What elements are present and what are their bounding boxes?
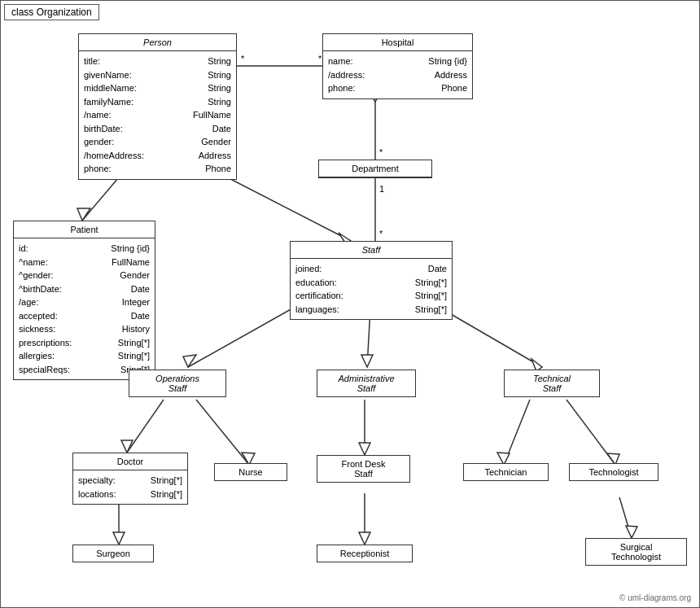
- class-front-desk-header: Front DeskStaff: [317, 456, 409, 482]
- class-hospital: Hospital name:String {id} /address:Addre…: [322, 33, 473, 99]
- class-surgeon: Surgeon: [72, 545, 154, 562]
- class-hospital-header: Hospital: [323, 34, 472, 51]
- class-patient-body: id:String {id} ^name:FullName ^gender:Ge…: [14, 238, 155, 379]
- svg-marker-38: [626, 526, 637, 538]
- class-technician-header: Technician: [464, 464, 548, 480]
- class-person: Person title:String givenName:String mid…: [78, 33, 237, 180]
- class-person-body: title:String givenName:String middleName…: [79, 51, 236, 179]
- class-ops-staff-header: OperationsStaff: [129, 370, 225, 396]
- class-technologist-header: Technologist: [570, 464, 658, 480]
- svg-line-37: [619, 497, 632, 538]
- class-tech-staff: TechnicalStaff: [504, 370, 600, 397]
- class-patient-header: Patient: [14, 221, 155, 238]
- class-hospital-body: name:String {id} /address:Address phone:…: [323, 51, 472, 98]
- svg-text:1: 1: [379, 184, 384, 194]
- class-admin-staff: AdministrativeStaff: [317, 370, 416, 397]
- class-tech-staff-header: TechnicalStaff: [505, 370, 599, 396]
- svg-marker-36: [359, 532, 370, 545]
- class-nurse-header: Nurse: [215, 464, 287, 480]
- class-staff-header: Staff: [291, 242, 452, 259]
- class-receptionist: Receptionist: [317, 545, 413, 562]
- class-admin-staff-header: AdministrativeStaff: [317, 370, 415, 396]
- class-department-header: Department: [319, 160, 431, 177]
- svg-marker-11: [77, 208, 90, 221]
- class-technician: Technician: [463, 463, 549, 481]
- class-surgical-tech: SurgicalTechnologist: [585, 538, 687, 566]
- class-person-header: Person: [79, 34, 236, 51]
- svg-text:*: *: [379, 147, 383, 157]
- svg-text:*: *: [241, 54, 245, 63]
- svg-marker-28: [359, 443, 370, 455]
- svg-line-31: [567, 400, 615, 465]
- class-doctor-body: specialty:String[*] locations:String[*]: [73, 470, 187, 504]
- class-staff-body: joined:Date education:String[*] certific…: [291, 259, 452, 319]
- diagram-container: class Organization * * 1 * 1 * * *: [0, 0, 700, 608]
- class-department: Department: [318, 160, 432, 178]
- svg-marker-20: [361, 355, 373, 367]
- svg-line-29: [504, 400, 530, 465]
- class-staff: Staff joined:Date education:String[*] ce…: [290, 241, 453, 320]
- class-surgical-tech-header: SurgicalTechnologist: [586, 539, 686, 565]
- class-doctor-header: Doctor: [73, 453, 187, 470]
- class-patient: Patient id:String {id} ^name:FullName ^g…: [13, 221, 155, 380]
- svg-text:*: *: [379, 229, 383, 238]
- copyright: © uml-diagrams.org: [619, 593, 691, 602]
- class-receptionist-header: Receptionist: [317, 545, 412, 562]
- class-doctor: Doctor specialty:String[*] locations:Str…: [72, 453, 188, 505]
- class-technologist: Technologist: [569, 463, 658, 481]
- class-surgeon-header: Surgeon: [73, 545, 153, 562]
- diagram-title: class Organization: [4, 4, 99, 20]
- class-nurse: Nurse: [214, 463, 287, 481]
- class-operations-staff: OperationsStaff: [129, 370, 226, 397]
- svg-marker-18: [183, 355, 196, 367]
- class-front-desk: Front DeskStaff: [317, 455, 410, 483]
- svg-marker-34: [113, 532, 125, 545]
- svg-line-25: [196, 400, 249, 465]
- svg-line-23: [127, 400, 164, 453]
- svg-marker-24: [121, 440, 133, 453]
